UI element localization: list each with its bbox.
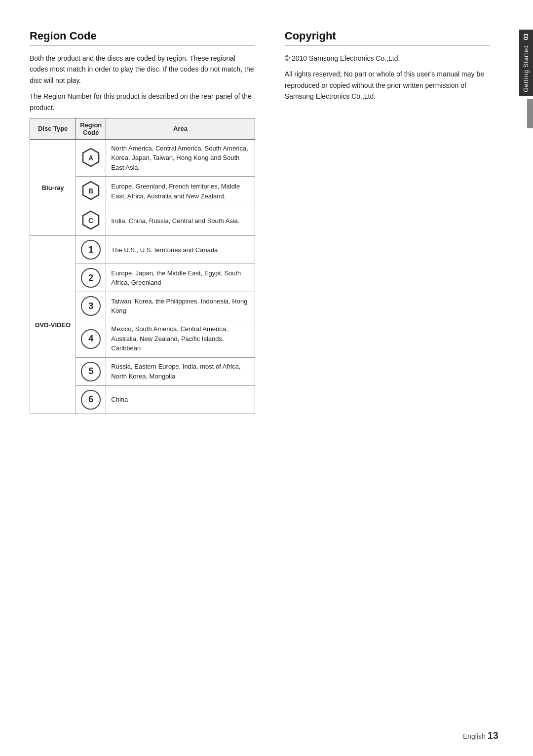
region-code-title: Region Code xyxy=(30,30,255,42)
region-intro-2: The Region Number for this product is de… xyxy=(30,91,255,113)
footer-language: English xyxy=(463,732,486,740)
region-table: Disc Type RegionCode Area Blu-ray xyxy=(30,118,255,414)
col-region-code: RegionCode xyxy=(76,118,106,139)
circle-2-icon: 2 xyxy=(81,268,101,288)
dvd-region-5-icon-cell: 5 xyxy=(76,357,106,385)
bluray-region-c-area: India, China, Russia, Central and South … xyxy=(106,206,255,236)
chapter-number: 03 xyxy=(523,34,530,40)
bluray-region-b-area: Europe, Greenland, French territories, M… xyxy=(106,177,255,206)
copyright-title: Copyright xyxy=(285,30,490,42)
circle-4-icon: 4 xyxy=(81,329,101,349)
sidebar: 03 Getting Started xyxy=(514,0,533,756)
hex-c-icon: C xyxy=(81,210,101,230)
dvd-region-4-icon-cell: 4 xyxy=(76,320,106,358)
dvd-region-3-icon-cell: 3 xyxy=(76,292,106,320)
page-wrapper: Region Code Both the product and the dis… xyxy=(0,0,533,756)
two-column-layout: Region Code Both the product and the dis… xyxy=(30,30,490,414)
hex-a-icon: A xyxy=(81,148,101,167)
dvd-region-1-area: The U.S., U.S. territories and Canada xyxy=(106,236,255,264)
hex-a-svg: A xyxy=(81,148,101,167)
dvd-region-4-area: Mexico, South America, Central America, … xyxy=(106,320,255,358)
disc-type-dvd: DVD-VIDEO xyxy=(30,236,76,414)
col-area: Area xyxy=(106,118,255,139)
dvd-region-2-area: Europe, Japan, the Middle East, Egypt, S… xyxy=(106,264,255,292)
right-column: Copyright © 2010 Samsung Electronics Co.… xyxy=(275,30,490,414)
rights-text: All rights reserved; No part or whole of… xyxy=(285,69,490,102)
dvd-region-6-area: China xyxy=(106,385,255,414)
hex-c-svg: C xyxy=(81,210,101,230)
bluray-region-a-icon-cell: A xyxy=(76,139,106,177)
section-divider-left xyxy=(30,45,255,46)
page-footer: English 13 xyxy=(463,730,498,741)
svg-text:A: A xyxy=(88,154,93,162)
col-disc-type: Disc Type xyxy=(30,118,76,139)
section-divider-right xyxy=(285,45,490,46)
copyright-line: © 2010 Samsung Electronics Co.,Ltd. xyxy=(285,53,490,64)
main-content: Region Code Both the product and the dis… xyxy=(0,0,514,756)
hex-b-icon: B xyxy=(81,181,101,200)
hex-b-svg: B xyxy=(81,181,101,200)
bluray-region-b-icon-cell: B xyxy=(76,177,106,206)
dvd-region-3-area: Taiwan, Korea, the Philippines, Indonesi… xyxy=(106,292,255,320)
table-header-row: Disc Type RegionCode Area xyxy=(30,118,255,139)
bluray-region-a-area: North America, Central America, South Am… xyxy=(106,139,255,177)
svg-text:B: B xyxy=(88,187,93,195)
circle-1-icon: 1 xyxy=(81,240,101,260)
left-column: Region Code Both the product and the dis… xyxy=(30,30,255,414)
dvd-region-1-icon-cell: 1 xyxy=(76,236,106,264)
circle-6-icon: 6 xyxy=(81,390,101,410)
footer-page-number: 13 xyxy=(488,730,498,741)
table-row: DVD-VIDEO 1 The U.S., U.S. territories a… xyxy=(30,236,255,264)
dvd-region-5-area: Russia, Eastern Europe, India, most of A… xyxy=(106,357,255,385)
bluray-region-c-icon-cell: C xyxy=(76,206,106,236)
svg-text:C: C xyxy=(88,217,93,225)
chapter-title: Getting Started xyxy=(523,45,530,92)
disc-type-bluray: Blu-ray xyxy=(30,139,76,236)
circle-3-icon: 3 xyxy=(81,296,101,316)
circle-5-icon: 5 xyxy=(81,362,101,381)
sidebar-gray-bar xyxy=(527,99,533,128)
region-intro-1: Both the product and the discs are coded… xyxy=(30,53,255,86)
table-row: Blu-ray A North America, Central America… xyxy=(30,139,255,177)
dvd-region-2-icon-cell: 2 xyxy=(76,264,106,292)
dvd-region-6-icon-cell: 6 xyxy=(76,385,106,414)
chapter-tab: 03 Getting Started xyxy=(519,30,533,96)
